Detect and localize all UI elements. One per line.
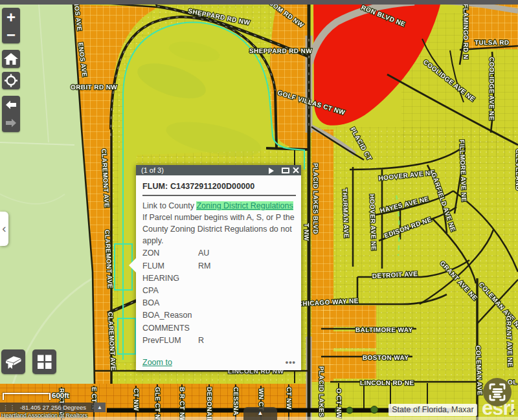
svg-text:COOLIDGE AVE NE: COOLIDGE AVE NE — [488, 57, 495, 120]
svg-text:PLACID LAKES BLVD: PLACID LAKES BLVD — [311, 163, 319, 234]
svg-text:TULSA RD: TULSA RD — [475, 39, 509, 47]
svg-text:CT NW: CT NW — [285, 387, 292, 410]
svg-text:BALTIMORE WAY: BALTIMORE WAY — [355, 327, 413, 334]
svg-text:CESSNA: CESSNA — [232, 387, 239, 415]
svg-text:LINCOLN RD NE: LINCOLN RD NE — [360, 380, 414, 387]
svg-text:CT NW: CT NW — [132, 388, 139, 411]
svg-text:CLEVELAND: CLEVELAND — [514, 149, 518, 191]
svg-text:T NW: T NW — [302, 223, 310, 241]
svg-text:O CT NW: O CT NW — [335, 388, 342, 418]
svg-text:FLAMINGO RD N: FLAMINGO RD N — [462, 4, 469, 60]
svg-text:SHEPPARD RD NW: SHEPPARD RD NW — [249, 48, 312, 55]
svg-text:BOSTON WAY: BOSTON WAY — [363, 355, 409, 362]
svg-text:ORBIT RD NW: ORBIT RD NW — [71, 84, 117, 91]
svg-text:B R CT NW: B R CT NW — [178, 387, 185, 420]
svg-text:DEBONAIR: DEBONAIR — [205, 387, 212, 420]
svg-text:GLE CT NW: GLE CT NW — [153, 387, 161, 420]
svg-text:PLACID LAKES: PLACID LAKES — [317, 366, 324, 417]
